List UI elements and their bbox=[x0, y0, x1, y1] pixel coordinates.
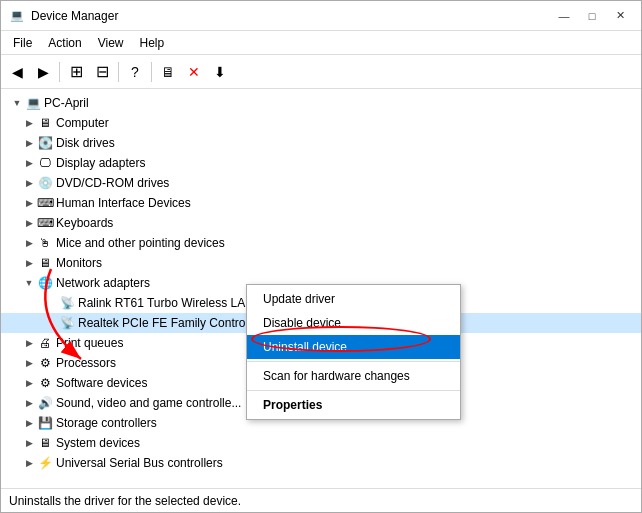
computer-label: Computer bbox=[56, 116, 109, 130]
sound-label: Sound, video and game controlle... bbox=[56, 396, 241, 410]
maximize-button[interactable]: □ bbox=[579, 6, 605, 26]
root-expand[interactable]: ▼ bbox=[9, 95, 25, 111]
system-label: System devices bbox=[56, 436, 140, 450]
storage-icon: 💾 bbox=[37, 415, 53, 431]
menu-action[interactable]: Action bbox=[40, 34, 89, 52]
menu-bar: File Action View Help bbox=[1, 31, 641, 55]
dvd-expand[interactable]: ▶ bbox=[21, 175, 37, 191]
display-expand[interactable]: ▶ bbox=[21, 155, 37, 171]
app-icon: 💻 bbox=[9, 8, 25, 24]
tree-item-disk[interactable]: ▶ 💽 Disk drives bbox=[1, 133, 641, 153]
ctx-properties[interactable]: Properties bbox=[247, 393, 460, 417]
usb-expand[interactable]: ▶ bbox=[21, 455, 37, 471]
content-area: ▼ 💻 PC-April ▶ 🖥 Computer ▶ 💽 Disk drive… bbox=[1, 89, 641, 488]
tree-item-usb[interactable]: ▶ ⚡ Universal Serial Bus controllers bbox=[1, 453, 641, 473]
ctx-update-driver[interactable]: Update driver bbox=[247, 287, 460, 311]
monitors-expand[interactable]: ▶ bbox=[21, 255, 37, 271]
menu-help[interactable]: Help bbox=[132, 34, 173, 52]
scan-toolbar-button[interactable]: ⬇ bbox=[208, 60, 232, 84]
sound-icon: 🔊 bbox=[37, 395, 53, 411]
toolbar-separator-3 bbox=[151, 62, 152, 82]
window-title: Device Manager bbox=[31, 9, 118, 23]
system-expand[interactable]: ▶ bbox=[21, 435, 37, 451]
dvd-icon: 💿 bbox=[37, 175, 53, 191]
disk-expand[interactable]: ▶ bbox=[21, 135, 37, 151]
root-label: PC-April bbox=[44, 96, 89, 110]
network-icon: 🌐 bbox=[37, 275, 53, 291]
network-expand[interactable]: ▼ bbox=[21, 275, 37, 291]
menu-view[interactable]: View bbox=[90, 34, 132, 52]
toolbar: ◀ ▶ ⊞ ⊟ ? 🖥 ✕ ⬇ bbox=[1, 55, 641, 89]
mice-expand[interactable]: ▶ bbox=[21, 235, 37, 251]
hid-icon: ⌨ bbox=[37, 195, 53, 211]
keyboard-icon: ⌨ bbox=[37, 215, 53, 231]
expand-button[interactable]: ⊞ bbox=[64, 60, 88, 84]
ctx-separator-2 bbox=[247, 390, 460, 391]
status-text: Uninstalls the driver for the selected d… bbox=[9, 494, 241, 508]
hid-label: Human Interface Devices bbox=[56, 196, 191, 210]
ralink-icon: 📡 bbox=[59, 295, 75, 311]
tree-root[interactable]: ▼ 💻 PC-April bbox=[1, 93, 641, 113]
close-button[interactable]: ✕ bbox=[607, 6, 633, 26]
sound-expand[interactable]: ▶ bbox=[21, 395, 37, 411]
computer-expand[interactable]: ▶ bbox=[21, 115, 37, 131]
display-label: Display adapters bbox=[56, 156, 145, 170]
ctx-uninstall-device[interactable]: Uninstall device bbox=[247, 335, 460, 359]
collapse-button[interactable]: ⊟ bbox=[90, 60, 114, 84]
network-label: Network adapters bbox=[56, 276, 150, 290]
toolbar-separator-1 bbox=[59, 62, 60, 82]
keyboard-label: Keyboards bbox=[56, 216, 113, 230]
tree-item-computer[interactable]: ▶ 🖥 Computer bbox=[1, 113, 641, 133]
storage-expand[interactable]: ▶ bbox=[21, 415, 37, 431]
proc-expand[interactable]: ▶ bbox=[21, 355, 37, 371]
context-menu: Update driver Disable device Uninstall d… bbox=[246, 284, 461, 420]
usb-icon: ⚡ bbox=[37, 455, 53, 471]
window-controls: — □ ✕ bbox=[551, 6, 633, 26]
tree-item-dvd[interactable]: ▶ 💿 DVD/CD-ROM drives bbox=[1, 173, 641, 193]
status-bar: Uninstalls the driver for the selected d… bbox=[1, 488, 641, 512]
ctx-disable-device[interactable]: Disable device bbox=[247, 311, 460, 335]
soft-icon: ⚙ bbox=[37, 375, 53, 391]
usb-label: Universal Serial Bus controllers bbox=[56, 456, 223, 470]
realtek-icon: 📡 bbox=[59, 315, 75, 331]
uninstall-toolbar-button[interactable]: ✕ bbox=[182, 60, 206, 84]
proc-icon: ⚙ bbox=[37, 355, 53, 371]
disk-icon: 💽 bbox=[37, 135, 53, 151]
tree-item-hid[interactable]: ▶ ⌨ Human Interface Devices bbox=[1, 193, 641, 213]
tree-item-monitors[interactable]: ▶ 🖥 Monitors bbox=[1, 253, 641, 273]
device-button[interactable]: 🖥 bbox=[156, 60, 180, 84]
mice-label: Mice and other pointing devices bbox=[56, 236, 225, 250]
realtek-label: Realtek PCIe FE Family Controller bbox=[78, 316, 261, 330]
soft-label: Software devices bbox=[56, 376, 147, 390]
proc-label: Processors bbox=[56, 356, 116, 370]
minimize-button[interactable]: — bbox=[551, 6, 577, 26]
back-button[interactable]: ◀ bbox=[5, 60, 29, 84]
tree-item-keyboards[interactable]: ▶ ⌨ Keyboards bbox=[1, 213, 641, 233]
device-manager-window: 💻 Device Manager — □ ✕ File Action View … bbox=[0, 0, 642, 513]
computer-icon: 🖥 bbox=[37, 115, 53, 131]
storage-label: Storage controllers bbox=[56, 416, 157, 430]
tree-item-display[interactable]: ▶ 🖵 Display adapters bbox=[1, 153, 641, 173]
keyboard-expand[interactable]: ▶ bbox=[21, 215, 37, 231]
toolbar-separator-2 bbox=[118, 62, 119, 82]
system-icon: 🖥 bbox=[37, 435, 53, 451]
print-label: Print queues bbox=[56, 336, 123, 350]
hid-expand[interactable]: ▶ bbox=[21, 195, 37, 211]
help-button[interactable]: ? bbox=[123, 60, 147, 84]
menu-file[interactable]: File bbox=[5, 34, 40, 52]
forward-button[interactable]: ▶ bbox=[31, 60, 55, 84]
tree-item-mice[interactable]: ▶ 🖱 Mice and other pointing devices bbox=[1, 233, 641, 253]
monitors-icon: 🖥 bbox=[37, 255, 53, 271]
dvd-label: DVD/CD-ROM drives bbox=[56, 176, 169, 190]
monitors-label: Monitors bbox=[56, 256, 102, 270]
soft-expand[interactable]: ▶ bbox=[21, 375, 37, 391]
print-expand[interactable]: ▶ bbox=[21, 335, 37, 351]
ctx-separator bbox=[247, 361, 460, 362]
disk-label: Disk drives bbox=[56, 136, 115, 150]
ctx-scan-hardware[interactable]: Scan for hardware changes bbox=[247, 364, 460, 388]
title-bar: 💻 Device Manager — □ ✕ bbox=[1, 1, 641, 31]
tree-item-system[interactable]: ▶ 🖥 System devices bbox=[1, 433, 641, 453]
display-icon: 🖵 bbox=[37, 155, 53, 171]
mice-icon: 🖱 bbox=[37, 235, 53, 251]
print-icon: 🖨 bbox=[37, 335, 53, 351]
